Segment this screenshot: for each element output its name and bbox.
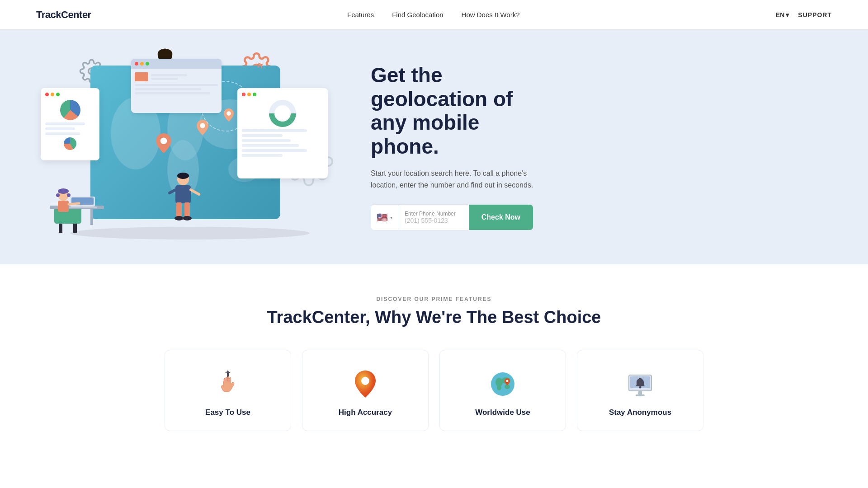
nav-how-it-works[interactable]: How Does It Work? [462, 11, 520, 19]
feature-card-anonymous: Stay Anonymous [577, 350, 703, 431]
nav-find-geo[interactable]: Find Geolocation [392, 11, 443, 19]
country-selector[interactable]: 🇺🇸 ▾ [371, 205, 398, 230]
svg-rect-26 [90, 209, 93, 225]
svg-point-43 [497, 385, 501, 390]
phone-input-container: 🇺🇸 ▾ Enter Phone Number (201) 555-0123 C… [371, 204, 533, 230]
hero-content: Get the geolocation of any mobile phone.… [344, 63, 533, 231]
svg-point-33 [67, 193, 71, 197]
check-now-button[interactable]: Check Now [469, 205, 533, 230]
svg-rect-34 [58, 201, 69, 212]
svg-rect-17 [175, 185, 191, 203]
features-label: DISCOVER OUR PRIME FEATURES [36, 296, 832, 302]
svg-point-21 [183, 216, 192, 221]
svg-point-20 [175, 216, 184, 221]
features-section: DISCOVER OUR PRIME FEATURES TrackCenter,… [0, 264, 868, 449]
svg-point-7 [160, 137, 167, 144]
character-2 [165, 169, 201, 233]
support-button[interactable]: SUPPORT [798, 11, 832, 19]
feature-card-easy-to-use: Easy To Use [165, 350, 291, 431]
svg-point-39 [491, 372, 514, 396]
hero-illustration: ✈ [36, 52, 344, 242]
nav-links: Features Find Geolocation How Does It Wo… [347, 11, 520, 19]
hero-section: ✈ [0, 29, 868, 264]
easy-to-use-icon [212, 368, 244, 400]
phone-field-wrap: Enter Phone Number (201) 555-0123 [398, 205, 469, 230]
dashboard-card-right [237, 88, 328, 178]
feature-name-easy: Easy To Use [205, 408, 250, 417]
feature-name-anonymous: Stay Anonymous [609, 408, 671, 417]
lang-selector[interactable]: EN ▾ [776, 11, 789, 19]
chevron-down-icon: ▾ [390, 215, 392, 220]
navbar: TrackCenter Features Find Geolocation Ho… [0, 0, 868, 29]
svg-point-32 [56, 193, 60, 197]
phone-input-label: Enter Phone Number [405, 211, 462, 217]
stay-anonymous-icon [624, 368, 656, 400]
flag-emoji: 🇺🇸 [377, 212, 388, 223]
worldwide-use-icon [487, 368, 519, 400]
hero-title: Get the geolocation of any mobile phone. [371, 63, 533, 159]
logo[interactable]: TrackCenter [36, 9, 91, 21]
dashboard-card-left [41, 88, 99, 160]
svg-rect-29 [68, 206, 97, 208]
svg-rect-18 [176, 202, 182, 218]
phone-placeholder: (201) 555-0123 [405, 217, 462, 224]
map-pin-3 [156, 133, 171, 155]
svg-point-38 [361, 377, 369, 385]
features-cards: Easy To Use High Accuracy [36, 350, 832, 431]
feature-name-worldwide: Worldwide Use [475, 408, 530, 417]
feature-card-high-accuracy: High Accuracy [302, 350, 429, 431]
svg-rect-48 [636, 394, 645, 396]
browser-card-top [131, 59, 222, 113]
svg-rect-24 [73, 224, 77, 233]
feature-card-worldwide: Worldwide Use [439, 350, 566, 431]
svg-rect-19 [184, 202, 190, 218]
svg-point-44 [506, 380, 509, 382]
high-accuracy-icon [349, 368, 381, 400]
svg-rect-23 [59, 224, 62, 233]
nav-features[interactable]: Features [347, 11, 374, 19]
svg-point-49 [639, 386, 642, 389]
features-title: TrackCenter, Why We're The Best Choice [36, 308, 832, 327]
feature-name-accuracy: High Accuracy [339, 408, 392, 417]
svg-point-16 [177, 173, 189, 179]
hero-description: Start your location search here. To call… [371, 168, 533, 191]
character-desk [45, 181, 108, 235]
nav-right: EN ▾ SUPPORT [776, 11, 832, 19]
svg-rect-50 [639, 378, 642, 379]
svg-point-31 [58, 188, 69, 194]
svg-rect-47 [638, 391, 642, 394]
